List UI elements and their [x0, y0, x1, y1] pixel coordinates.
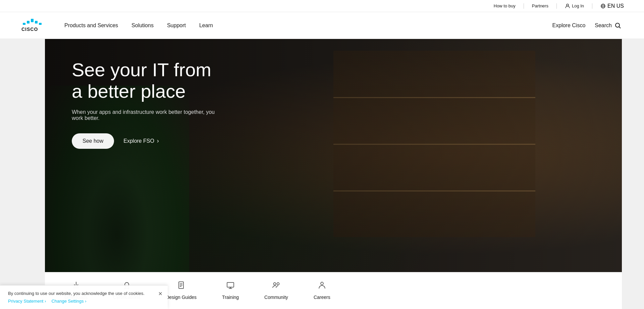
divider-2: [556, 3, 557, 9]
center-content: See your IT from a better place When you…: [45, 39, 622, 309]
quick-link-label-community: Community: [264, 295, 288, 300]
svg-point-25: [321, 282, 323, 285]
document-icon: [176, 280, 186, 291]
quick-link-community[interactable]: Community: [252, 272, 301, 309]
change-settings-link[interactable]: Change Settings ›: [51, 299, 86, 304]
svg-point-0: [567, 4, 569, 6]
svg-point-10: [615, 23, 620, 27]
hero-title-text: See your IT from a better place: [72, 59, 211, 102]
quick-link-label-training: Training: [222, 295, 239, 300]
svg-point-23: [274, 283, 276, 285]
language-selector[interactable]: EN US: [600, 3, 624, 9]
search-label: Search: [595, 23, 612, 29]
nav-solutions[interactable]: Solutions: [125, 12, 160, 39]
divider-1: [524, 3, 524, 9]
right-panel: [622, 39, 644, 309]
hero-section: See your IT from a better place When you…: [45, 39, 622, 272]
utility-bar: How to buy Partners Log In EN US: [0, 0, 644, 12]
partners-link[interactable]: Partners: [532, 3, 548, 8]
divider-3: [592, 3, 592, 9]
privacy-statement-link[interactable]: Privacy Statement ›: [8, 299, 46, 304]
explore-fso-link[interactable]: Explore FSO ›: [123, 137, 159, 144]
user-icon: [565, 3, 570, 9]
svg-point-24: [277, 283, 279, 285]
quick-link-careers[interactable]: Careers: [301, 272, 343, 309]
main-navigation: CISCO Products and Services Solutions Su…: [0, 12, 644, 39]
hero-subtitle: When your apps and infrastructure work b…: [72, 109, 219, 121]
hero-title: See your IT from a better place: [72, 59, 219, 102]
hero-actions: See how Explore FSO ›: [72, 133, 219, 149]
hero-content: See your IT from a better place When you…: [45, 39, 246, 169]
quick-link-label-careers: Careers: [314, 295, 330, 300]
cookie-links: Privacy Statement › Change Settings ›: [8, 299, 160, 304]
nav-products-services[interactable]: Products and Services: [58, 12, 125, 39]
login-link[interactable]: Log In: [572, 3, 584, 8]
nav-support[interactable]: Support: [160, 12, 193, 39]
nav-items: Products and Services Solutions Support …: [58, 12, 552, 39]
left-panel: [0, 39, 45, 309]
login-area: Log In: [565, 3, 584, 9]
svg-rect-6: [35, 21, 38, 24]
svg-text:CISCO: CISCO: [21, 27, 38, 32]
svg-rect-19: [227, 282, 234, 287]
nav-right: Explore Cisco Search: [552, 21, 624, 30]
nav-learn[interactable]: Learn: [193, 12, 220, 39]
svg-line-11: [619, 27, 621, 28]
svg-rect-7: [23, 23, 25, 25]
svg-rect-8: [39, 23, 42, 25]
person-icon: [317, 280, 327, 291]
cookie-message: By continuing to use our website, you ac…: [8, 291, 160, 296]
page-wrapper: See your IT from a better place When you…: [0, 39, 644, 309]
arrow-right-icon: ›: [157, 137, 159, 144]
cookie-banner: × By continuing to use our website, you …: [0, 285, 168, 309]
how-to-buy-link[interactable]: How to buy: [494, 3, 516, 8]
cisco-logo-svg: CISCO: [20, 17, 44, 34]
training-icon: [226, 280, 235, 291]
svg-rect-4: [31, 19, 34, 22]
community-icon: [271, 280, 281, 291]
explore-cisco-link[interactable]: Explore Cisco: [552, 23, 586, 29]
cisco-logo[interactable]: CISCO: [20, 17, 44, 34]
quick-link-label-design-guides: Design Guides: [166, 295, 197, 300]
search-icon: [614, 22, 621, 29]
cookie-close-button[interactable]: ×: [158, 290, 162, 297]
search-button[interactable]: Search: [592, 21, 624, 30]
see-how-button[interactable]: See how: [72, 133, 114, 149]
language-label[interactable]: EN US: [607, 3, 624, 9]
globe-icon: [600, 3, 606, 9]
quick-link-training[interactable]: Training: [209, 272, 252, 309]
svg-rect-5: [27, 21, 30, 24]
explore-fso-label: Explore FSO: [123, 138, 154, 144]
